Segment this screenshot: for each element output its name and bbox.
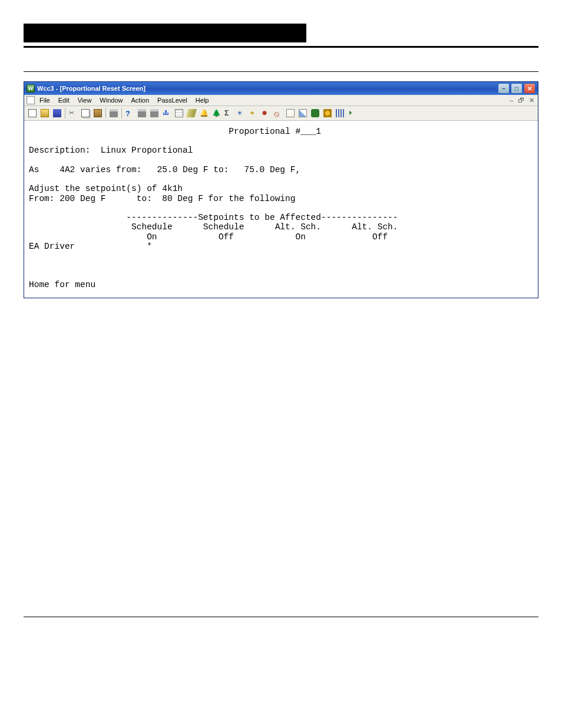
menu-window[interactable]: Window [96, 96, 126, 104]
tool-bug-icon[interactable]: ✹ [260, 107, 272, 119]
term-description: Description: Linux Proportional [29, 146, 193, 155]
tool-wand-icon[interactable]: ✴ [235, 107, 247, 119]
mdi-close-button[interactable]: ✕ [528, 97, 535, 104]
tool-alarm-icon[interactable]: 🔔 [198, 107, 210, 119]
close-button[interactable]: ✕ [524, 83, 535, 94]
menu-file[interactable]: File [36, 96, 54, 104]
tool-note-icon[interactable] [285, 107, 296, 119]
tool-paste-icon[interactable] [92, 107, 104, 119]
tool-transfer-icon[interactable]: 🖧 [161, 107, 173, 119]
tool-history-icon[interactable] [334, 107, 346, 119]
term-home: Home for menu [29, 280, 95, 289]
tool-save-icon[interactable] [51, 107, 63, 119]
tool-new-icon[interactable] [27, 107, 38, 119]
title-bar: W Wcc3 - [Proportional Reset Screen] – □… [24, 82, 538, 95]
toolbar-sep [105, 108, 106, 118]
menu-help[interactable]: Help [192, 96, 213, 104]
term-from-line: From: 200 Deg F to: 80 Deg F for the fol… [29, 194, 295, 203]
toolbar-sep [65, 108, 65, 118]
tool-stack-icon[interactable] [173, 107, 185, 119]
footer [0, 617, 562, 637]
terminal-area: Proportional #___1 Description: Linux Pr… [24, 121, 538, 298]
tool-tree-icon[interactable]: 🌲 [210, 107, 222, 119]
term-setpoints-row: EA Driver * [29, 242, 152, 251]
toolbar-sep [121, 108, 122, 118]
document-icon [27, 96, 35, 104]
tool-open-icon[interactable] [39, 107, 51, 119]
tool-print-setup-icon[interactable] [136, 107, 148, 119]
toolbar: ✂ ? 🖧 🔔 🌲 Σ ✴ ✦ ✹ ⦸ ⏵ [24, 106, 538, 121]
term-title: Proportional #___1 [29, 127, 321, 136]
menu-view[interactable]: View [74, 96, 95, 104]
term-setpoints-cols2: On Off On Off [29, 232, 388, 242]
minimize-button[interactable]: – [498, 83, 510, 94]
app-icon: W [27, 84, 35, 93]
mdi-restore-button[interactable]: 🗗 [517, 97, 525, 104]
term-adjust-line: Adjust the setpoint(s) of 4k1h [29, 184, 183, 193]
maximize-button[interactable]: □ [511, 83, 523, 94]
term-setpoints-cols1: Schedule Schedule Alt. Sch. Alt. Sch. [29, 222, 398, 232]
tool-tag-icon[interactable] [186, 107, 197, 119]
tool-chart-icon[interactable] [297, 107, 309, 119]
tool-badge-icon[interactable] [309, 107, 321, 119]
menu-edit[interactable]: Edit [55, 96, 73, 104]
tool-help-icon[interactable]: ? [124, 107, 135, 119]
tool-spark-icon[interactable]: ✦ [247, 107, 259, 119]
menu-passlevel[interactable]: PassLevel [154, 96, 191, 104]
term-setpoints-header: --------------Setpoints to be Affected--… [29, 213, 398, 222]
window-title: Wcc3 - [Proportional Reset Screen] [37, 85, 146, 92]
header-rule-thin [24, 71, 538, 72]
header-black-banner [24, 24, 306, 42]
tool-sigma-icon[interactable]: Σ [223, 107, 234, 119]
tool-collapse-icon[interactable]: ⏵ [346, 107, 358, 119]
tool-print-icon[interactable] [108, 107, 120, 119]
mdi-minimize-button[interactable]: – [508, 97, 514, 104]
term-as-line: As 4A2 varies from: 25.0 Deg F to: 75.0 … [29, 165, 300, 174]
tool-stop-icon[interactable]: ⦸ [272, 107, 284, 119]
menu-bar: File Edit View Window Action PassLevel H… [24, 95, 538, 106]
footer-rule [24, 617, 538, 617]
app-window: W Wcc3 - [Proportional Reset Screen] – □… [24, 81, 538, 298]
tool-print-preview-icon[interactable] [148, 107, 160, 119]
menu-action[interactable]: Action [127, 96, 153, 104]
tool-record-icon[interactable] [322, 107, 333, 119]
tool-copy-icon[interactable] [80, 107, 91, 119]
tool-cut-icon[interactable]: ✂ [67, 107, 79, 119]
